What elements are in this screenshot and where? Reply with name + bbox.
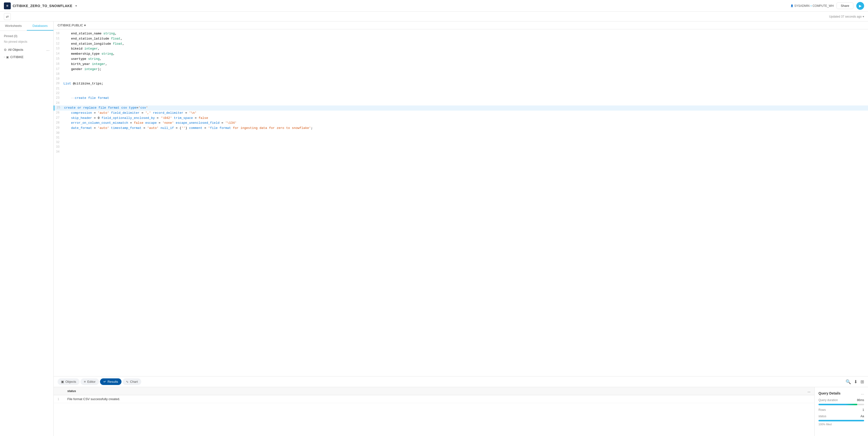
run-icon: ▶ (859, 4, 862, 8)
line-number: 20 (54, 81, 63, 86)
code-line-28: 28 error_on_column_count_mismatch = fals… (54, 121, 868, 126)
query-details-header: Query Details ... (818, 391, 864, 396)
code-line-26: 26 compression = 'auto' field_delimiter … (54, 111, 868, 116)
code-line-17: 17 gender integer); (54, 67, 868, 72)
code-line-12: 12 end_station_longitude float, (54, 41, 868, 47)
all-objects-label: All Objects (8, 48, 23, 52)
line-content: end_station_latitude float, (63, 36, 868, 41)
user-icon: 👤 (790, 4, 793, 7)
rows-row: Rows 1 (818, 408, 864, 412)
editor-area: CITIBIKE.PUBLIC ▾ 10 end_station_name st… (54, 22, 868, 436)
line-number: 24 (54, 101, 63, 106)
results-icon: ↵ (103, 380, 106, 383)
query-details-title: Query Details (818, 391, 840, 395)
row-number: 1 (54, 395, 63, 403)
duration-value: 86ms (857, 399, 864, 402)
line-content: end_station_longitude float, (63, 41, 868, 47)
sidebar: Worksheets Databases Pinned (0) No pinne… (0, 22, 54, 436)
code-editor[interactable]: 10 end_station_name string,11 end_statio… (54, 29, 868, 376)
code-line-14: 14 membership_type string, (54, 52, 868, 57)
all-objects-icon: ⊙ (4, 48, 7, 52)
status-bar (818, 420, 864, 422)
breadcrumb: CITIBIKE.PUBLIC ▾ (54, 22, 868, 29)
objects-icon: ▣ (61, 380, 64, 383)
pinned-section: Pinned (0) (0, 31, 54, 39)
line-number: 15 (54, 57, 63, 61)
line-number: 17 (54, 67, 63, 71)
line-number: 16 (54, 62, 63, 66)
all-objects-row[interactable]: ⊙ All Objects ... (0, 46, 54, 54)
settings-icon: ⇄ (6, 14, 9, 19)
share-button[interactable]: Share (837, 2, 854, 9)
row-num-header (54, 387, 63, 395)
secondbar: ⇄ Updated 37 seconds ago ▾ (0, 12, 868, 22)
line-number: 23 (54, 96, 63, 100)
result-value: File format CSV successfully created. (63, 395, 814, 403)
line-number: 18 (54, 72, 63, 77)
tab-objects[interactable]: ▣ Objects (58, 378, 80, 385)
code-line-23: 23 --create file format (54, 96, 868, 101)
updated-timestamp: Updated 37 seconds ago ▾ (829, 15, 864, 18)
chart-icon: ∿ (126, 380, 129, 383)
worksheet-title: CITIBIKE_ZERO_TO_SNOWFLAKE (13, 4, 72, 8)
code-line-16: 16 birth_year integer, (54, 62, 868, 67)
pinned-label: Pinned (0) (4, 34, 17, 38)
line-number: 28 (54, 121, 63, 125)
topbar: ❄ CITIBIKE_ZERO_TO_SNOWFLAKE ▾ 👤 SYSADMI… (0, 0, 868, 12)
tab-databases[interactable]: Databases (27, 22, 54, 30)
status-pct-label: 100% filled (818, 423, 864, 426)
line-number: 29 (54, 126, 63, 130)
expand-button[interactable]: ⊞ (861, 379, 864, 384)
topbar-left: ❄ CITIBIKE_ZERO_TO_SNOWFLAKE ▾ (4, 2, 77, 9)
database-icon: ▣ (6, 55, 9, 59)
tab-editor[interactable]: ≡ Editor (81, 378, 99, 385)
line-number: 26 (54, 111, 63, 115)
settings-button[interactable]: ⇄ (4, 13, 11, 20)
line-number: 12 (54, 41, 63, 46)
download-button[interactable]: ⬇ (854, 379, 858, 384)
code-line-32: 32 (54, 140, 868, 145)
line-number: 22 (54, 91, 63, 96)
line-number: 27 (54, 116, 63, 120)
rows-value: 1 (862, 408, 864, 412)
line-number: 25 (54, 106, 64, 110)
line-number: 21 (54, 86, 63, 91)
query-details-more-icon[interactable]: ... (861, 391, 864, 396)
status-col-label: status (818, 414, 826, 418)
code-line-30: 30 (54, 131, 868, 136)
code-line-24: 24 (54, 101, 868, 106)
tree-chevron-icon: › (4, 56, 5, 58)
code-line-10: 10 end_station_name string, (54, 31, 868, 36)
status-col-header: status ... (63, 387, 814, 395)
all-objects-more-icon[interactable]: ... (46, 47, 50, 52)
status-section: status Aa 100% filled (818, 414, 864, 426)
search-button[interactable]: 🔍 (845, 379, 851, 384)
line-content: date_format = 'auto' timestamp_format = … (63, 126, 868, 131)
bottom-tabs: ▣ Objects ≡ Editor ↵ Results ∿ Chart (54, 376, 868, 387)
sidebar-item-citibike[interactable]: › ▣ CITIBIKE (0, 54, 54, 60)
line-content: create or replace file format csv type='… (64, 106, 868, 111)
tab-results[interactable]: ↵ Results (100, 378, 122, 385)
title-chevron-icon[interactable]: ▾ (75, 4, 77, 7)
line-content: List @citibike_trips; (63, 81, 868, 86)
code-line-19: 19 (54, 77, 868, 81)
tab-worksheets[interactable]: Worksheets (0, 22, 27, 30)
line-number: 33 (54, 145, 63, 149)
code-line-33: 33 (54, 145, 868, 149)
line-content: compression = 'auto' field_delimiter = '… (63, 111, 868, 116)
line-number: 31 (54, 136, 63, 140)
download-icon: ⬇ (854, 379, 858, 384)
expand-icon: ⊞ (861, 379, 864, 384)
col-more-icon[interactable]: ... (807, 389, 810, 393)
dropdown-icon[interactable]: ▾ (863, 15, 864, 18)
results-area: status ... 1 File format CSV successfull… (54, 387, 868, 436)
line-content: --create file format (63, 96, 868, 101)
line-number: 34 (54, 150, 63, 154)
code-line-29: 29 date_format = 'auto' timestamp_format… (54, 126, 868, 131)
warehouse-name: COMPUTE_WH (813, 4, 834, 7)
run-button[interactable]: ▶ (856, 2, 864, 10)
code-line-25: 25create or replace file format csv type… (54, 106, 868, 111)
tab-chart[interactable]: ∿ Chart (122, 378, 141, 385)
line-number: 14 (54, 52, 63, 56)
breadcrumb-chevron-icon[interactable]: ▾ (84, 24, 86, 27)
